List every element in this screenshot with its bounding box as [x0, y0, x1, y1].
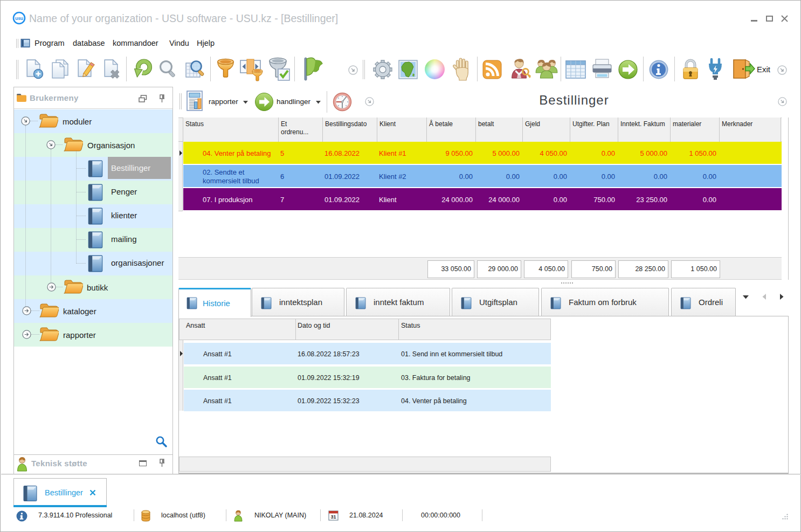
svg-text:usu: usu — [15, 16, 23, 21]
svg-text:31: 31 — [330, 514, 336, 520]
